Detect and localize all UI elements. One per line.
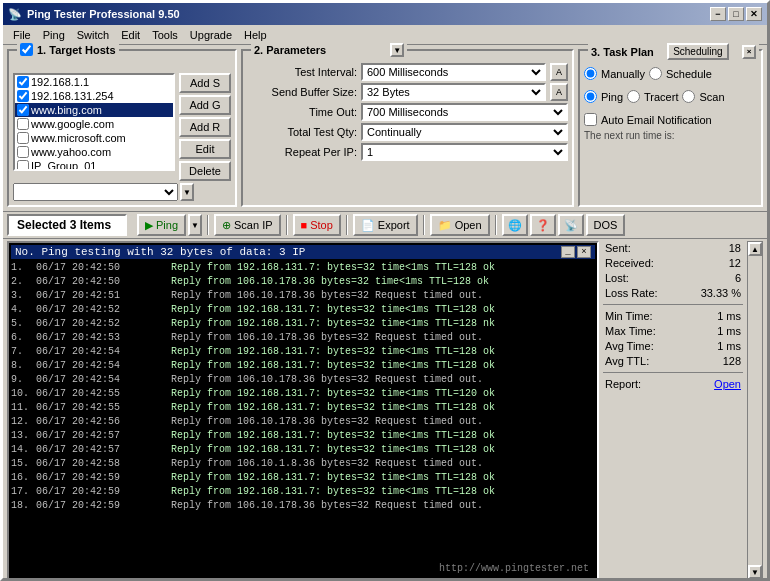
export-button[interactable]: 📄 Export bbox=[353, 214, 418, 236]
param-a-btn-1[interactable]: A bbox=[550, 83, 568, 101]
stat-divider-2 bbox=[603, 372, 743, 373]
param-select-1[interactable]: 32 Bytes bbox=[361, 83, 546, 101]
menu-switch[interactable]: Switch bbox=[71, 28, 115, 42]
log-row: 16.06/17 20:42:59 Reply from 192.168.131… bbox=[11, 471, 595, 485]
scan-label: Scan bbox=[699, 91, 724, 103]
extra-btn-2[interactable]: ❓ bbox=[530, 214, 556, 236]
minimize-button[interactable]: − bbox=[710, 7, 726, 21]
dos-button[interactable]: DOS bbox=[586, 214, 626, 236]
main-area: 1. Target Hosts 192.168.1.1192.168.131.2… bbox=[3, 45, 767, 581]
open-button[interactable]: 📁 Open bbox=[430, 214, 490, 236]
stat-loss-rate: Loss Rate: 33.33 % bbox=[603, 286, 743, 300]
maximize-button[interactable]: □ bbox=[728, 7, 744, 21]
ping-label: Ping bbox=[601, 91, 623, 103]
extra-btn-3[interactable]: 📡 bbox=[558, 214, 584, 236]
log-area: No. Ping testing with 32 bytes of data: … bbox=[3, 239, 767, 581]
menu-bar: File Ping Switch Edit Tools Upgrade Help bbox=[3, 25, 767, 45]
host-item[interactable]: www.microsoft.com bbox=[15, 131, 173, 145]
title-bar: 📡 Ping Tester Professional 9.50 − □ ✕ bbox=[3, 3, 767, 25]
schedule-label: Schedule bbox=[666, 68, 712, 80]
tracert-radio[interactable] bbox=[627, 90, 640, 103]
delete-button[interactable]: Delete bbox=[179, 161, 231, 181]
app-title: Ping Tester Professional 9.50 bbox=[27, 8, 180, 20]
ping-icon: ▶ bbox=[145, 219, 153, 232]
host-checkbox-5[interactable] bbox=[17, 146, 29, 158]
log-minimize-btn[interactable]: _ bbox=[561, 246, 575, 258]
param-select-3[interactable]: Continually bbox=[361, 123, 568, 141]
log-row: 5.06/17 20:42:52 Reply from 192.168.131.… bbox=[11, 317, 595, 331]
host-item[interactable]: www.yahoo.com bbox=[15, 145, 173, 159]
log-row: 15.06/17 20:42:58 Reply from 106.10.1.8.… bbox=[11, 457, 595, 471]
scroll-up-btn[interactable]: ▲ bbox=[748, 242, 762, 256]
menu-help[interactable]: Help bbox=[238, 28, 273, 42]
host-item[interactable]: www.google.com bbox=[15, 117, 173, 131]
param-select-2[interactable]: 700 Milliseconds bbox=[361, 103, 568, 121]
log-row: 7.06/17 20:42:54 Reply from 192.168.131.… bbox=[11, 345, 595, 359]
stat-received: Received: 12 bbox=[603, 256, 743, 270]
param-a-btn-0[interactable]: A bbox=[550, 63, 568, 81]
close-button[interactable]: ✕ bbox=[746, 7, 762, 21]
host-checkbox-0[interactable] bbox=[17, 76, 29, 88]
hosts-buttons: Add S Add G Add R Edit Delete bbox=[179, 73, 231, 181]
manually-radio[interactable] bbox=[584, 67, 597, 80]
stat-max-time: Max Time: 1 ms bbox=[603, 324, 743, 338]
log-close-btn[interactable]: × bbox=[577, 246, 591, 258]
task-plan-panel: 3. Task Plan Scheduling × Manually Sched… bbox=[578, 49, 763, 207]
host-checkbox-3[interactable] bbox=[17, 118, 29, 130]
parameters-panel: 2. Parameters ▼ Test Interval:600 Millis… bbox=[241, 49, 574, 207]
host-item[interactable]: 192.168.1.1 bbox=[15, 75, 173, 89]
scan-radio[interactable] bbox=[682, 90, 695, 103]
menu-upgrade[interactable]: Upgrade bbox=[184, 28, 238, 42]
menu-tools[interactable]: Tools bbox=[146, 28, 184, 42]
ping-button[interactable]: ▶ Ping bbox=[137, 214, 186, 236]
param-row-4: Repeat Per IP:1 bbox=[247, 143, 568, 161]
log-row: 4.06/17 20:42:52 Reply from 192.168.131.… bbox=[11, 303, 595, 317]
menu-file[interactable]: File bbox=[7, 28, 37, 42]
target-hosts-checkbox[interactable] bbox=[20, 43, 33, 56]
host-checkbox-1[interactable] bbox=[17, 90, 29, 102]
add-r-button[interactable]: Add R bbox=[179, 117, 231, 137]
host-checkbox-4[interactable] bbox=[17, 132, 29, 144]
radio-row-1: Manually Schedule bbox=[584, 67, 757, 80]
param-select-4[interactable]: 1 bbox=[361, 143, 568, 161]
add-s-button[interactable]: Add S bbox=[179, 73, 231, 93]
schedule-radio[interactable] bbox=[649, 67, 662, 80]
task-plan-title: 3. Task Plan Scheduling × bbox=[588, 43, 759, 60]
host-item[interactable]: IP_Group_01 bbox=[15, 159, 173, 171]
param-row-2: Time Out:700 Milliseconds bbox=[247, 103, 568, 121]
menu-edit[interactable]: Edit bbox=[115, 28, 146, 42]
menu-ping[interactable]: Ping bbox=[37, 28, 71, 42]
param-select-0[interactable]: 600 Milliseconds bbox=[361, 63, 546, 81]
host-item[interactable]: www.bing.com bbox=[15, 103, 173, 117]
scheduling-button[interactable]: Scheduling bbox=[667, 43, 728, 60]
task-plan-btn[interactable]: × bbox=[742, 45, 756, 59]
param-row-0: Test Interval:600 MillisecondsA bbox=[247, 63, 568, 81]
next-run-label: The next run time is: bbox=[584, 130, 757, 141]
stop-button[interactable]: ■ Stop bbox=[293, 214, 341, 236]
add-g-button[interactable]: Add G bbox=[179, 95, 231, 115]
host-checkbox-2[interactable] bbox=[17, 104, 29, 116]
log-window: No. Ping testing with 32 bytes of data: … bbox=[7, 241, 599, 580]
scroll-down-btn[interactable]: ▼ bbox=[748, 565, 762, 579]
log-row: 11.06/17 20:42:55 Reply from 192.168.131… bbox=[11, 401, 595, 415]
scrollbar[interactable]: ▲ ▼ bbox=[747, 241, 763, 580]
extra-btn-1[interactable]: 🌐 bbox=[502, 214, 528, 236]
stop-icon: ■ bbox=[301, 219, 308, 231]
log-row: 17.06/17 20:42:59 Reply from 192.168.131… bbox=[11, 485, 595, 499]
scan-icon: ⊕ bbox=[222, 219, 231, 232]
log-entries: 1.06/17 20:42:50 Reply from 192.168.131.… bbox=[11, 261, 595, 513]
auto-email-checkbox[interactable] bbox=[584, 113, 597, 126]
edit-button[interactable]: Edit bbox=[179, 139, 231, 159]
host-item[interactable]: 192.168.131.254 bbox=[15, 89, 173, 103]
ping-radio[interactable] bbox=[584, 90, 597, 103]
log-row: 8.06/17 20:42:54 Reply from 192.168.131.… bbox=[11, 359, 595, 373]
separator-3 bbox=[346, 215, 348, 235]
hosts-dropdown-arrow[interactable]: ▼ bbox=[180, 183, 194, 201]
scan-ip-button[interactable]: ⊕ Scan IP bbox=[214, 214, 281, 236]
parameters-dropdown-btn[interactable]: ▼ bbox=[390, 43, 404, 57]
ping-dropdown-btn[interactable]: ▼ bbox=[188, 214, 202, 236]
log-row: 6.06/17 20:42:53 Reply from 106.10.178.3… bbox=[11, 331, 595, 345]
stat-lost: Lost: 6 bbox=[603, 271, 743, 285]
hosts-dropdown[interactable] bbox=[13, 183, 178, 201]
host-checkbox-6[interactable] bbox=[17, 160, 29, 171]
